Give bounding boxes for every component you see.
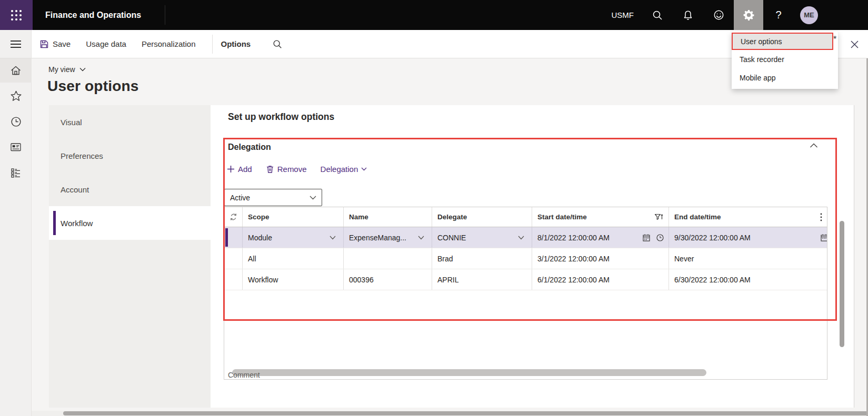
- cell-end-datetime[interactable]: Never: [669, 248, 827, 269]
- menu-item-mobile-app[interactable]: Mobile app: [732, 68, 838, 87]
- filter-sort-icon[interactable]: [654, 214, 663, 221]
- unsaved-indicator: *: [833, 35, 836, 44]
- app-title[interactable]: Finance and Operations: [45, 0, 141, 30]
- cell-name[interactable]: 000396: [344, 269, 432, 290]
- calendar-icon[interactable]: [820, 234, 827, 242]
- cell-end-datetime[interactable]: 9/30/2022 12:00:00 AM: [669, 227, 827, 248]
- column-header-delegate[interactable]: Delegate: [432, 207, 532, 227]
- cell-scope-value: Module: [248, 234, 272, 242]
- menu-item-task-recorder[interactable]: Task recorder: [732, 50, 838, 68]
- menu-item-user-options[interactable]: User options: [732, 33, 833, 50]
- personalization-button[interactable]: Personalization: [142, 39, 196, 48]
- tab-preferences[interactable]: Preferences: [49, 139, 211, 173]
- delegation-menu-button[interactable]: Delegation: [321, 165, 367, 174]
- help-button[interactable]: ?: [763, 0, 794, 30]
- topbar-divider: [165, 5, 165, 25]
- chevron-down-icon: [79, 67, 86, 72]
- tab-visual[interactable]: Visual: [49, 105, 211, 139]
- feedback-button[interactable]: [703, 0, 734, 30]
- cell-scope-combobox[interactable]: Module: [243, 227, 344, 248]
- home-icon: [9, 64, 22, 77]
- row-selector-cell[interactable]: [224, 269, 243, 290]
- cell-end-datetime[interactable]: 6/30/2022 12:00:00 AM: [669, 269, 827, 290]
- nav-workspaces[interactable]: [0, 135, 32, 159]
- section-heading: Set up workflow options: [228, 111, 334, 123]
- notifications-button[interactable]: [673, 0, 703, 30]
- nav-favorites[interactable]: [0, 84, 32, 108]
- cell-start-datetime[interactable]: 6/1/2022 12:00:00 AM: [532, 269, 669, 290]
- app-launcher-button[interactable]: [0, 0, 33, 30]
- calendar-icon[interactable]: [642, 234, 651, 242]
- usage-data-button[interactable]: Usage data: [86, 39, 126, 48]
- view-selector[interactable]: My view: [48, 65, 86, 74]
- comment-label: Comment: [228, 371, 260, 379]
- row-selector-cell[interactable]: [224, 248, 243, 269]
- grid-row[interactable]: Workflow 000396 APRIL 6/1/2022 12:00:00 …: [224, 269, 827, 290]
- search-icon: [652, 9, 663, 21]
- refresh-column-header[interactable]: [224, 207, 243, 227]
- delegation-menu-label: Delegation: [321, 165, 358, 174]
- add-button[interactable]: Add: [227, 165, 252, 174]
- cell-scope[interactable]: All: [243, 248, 344, 269]
- column-header-scope[interactable]: Scope: [243, 207, 344, 227]
- collapse-group-button[interactable]: [810, 143, 818, 148]
- search-button[interactable]: [642, 0, 673, 30]
- nav-toggle-button[interactable]: [10, 40, 22, 48]
- column-header-name[interactable]: Name: [344, 207, 432, 227]
- chevron-down-icon: [330, 236, 336, 240]
- plus-icon: [227, 165, 235, 173]
- options-tab[interactable]: Options: [221, 39, 251, 48]
- cell-name[interactable]: [344, 248, 432, 269]
- cell-delegate[interactable]: Brad: [432, 248, 532, 269]
- search-icon: [272, 39, 283, 49]
- grid-vertical-scrollbar[interactable]: [840, 221, 844, 347]
- chevron-down-icon: [361, 167, 367, 171]
- module-list-icon: [9, 167, 22, 179]
- more-options-icon[interactable]: [820, 213, 822, 221]
- grid-horizontal-scrollbar[interactable]: [232, 369, 706, 376]
- cell-start-datetime[interactable]: 3/1/2022 12:00:00 AM: [532, 248, 669, 269]
- remove-label: Remove: [277, 165, 307, 174]
- settings-button[interactable]: [734, 0, 763, 30]
- bell-icon: [682, 9, 694, 21]
- top-navigation-bar: Finance and Operations USMF: [0, 0, 868, 30]
- save-label: Save: [53, 39, 71, 48]
- save-button[interactable]: Save: [39, 39, 71, 49]
- column-header-end[interactable]: End date/time: [669, 207, 827, 227]
- action-pane-search-button[interactable]: [272, 39, 283, 49]
- cell-delegate-combobox[interactable]: CONNIE: [432, 227, 532, 248]
- nav-home[interactable]: [0, 58, 32, 83]
- action-pane-buttons: Save Usage data Personalization Options: [39, 30, 283, 58]
- tab-workflow[interactable]: Workflow: [49, 206, 211, 240]
- cell-name-value: ExpenseManag...: [349, 234, 406, 242]
- column-header-start[interactable]: Start date/time: [532, 207, 669, 227]
- grid-row[interactable]: Module ExpenseManag... CONNIE: [224, 227, 827, 248]
- refresh-icon: [229, 212, 238, 221]
- grid-row[interactable]: All Brad 3/1/2022 12:00:00 AM Never: [224, 248, 827, 269]
- chevron-up-icon: [810, 143, 818, 148]
- cell-name-combobox[interactable]: ExpenseManag...: [344, 227, 432, 248]
- status-filter-combobox[interactable]: Active: [224, 189, 322, 206]
- clock-icon[interactable]: [656, 234, 664, 242]
- cell-scope[interactable]: Workflow: [243, 269, 344, 290]
- chevron-down-icon: [518, 236, 524, 240]
- company-selector[interactable]: USMF: [603, 0, 643, 30]
- delegation-group-title: Delegation: [228, 143, 271, 152]
- user-avatar[interactable]: ME: [800, 6, 818, 24]
- nav-recent[interactable]: [0, 109, 32, 134]
- app-window: Finance and Operations USMF: [0, 0, 868, 416]
- action-pane-divider: [212, 35, 213, 54]
- remove-button[interactable]: Remove: [266, 165, 307, 174]
- column-header-end-label: End date/time: [674, 213, 721, 221]
- close-page-button[interactable]: [847, 37, 862, 52]
- cell-delegate[interactable]: APRIL: [432, 269, 532, 290]
- cell-start-datetime[interactable]: 8/1/2022 12:00:00 AM: [532, 227, 669, 248]
- tab-account[interactable]: Account: [49, 173, 211, 206]
- clock-icon: [10, 116, 22, 128]
- view-selector-label: My view: [48, 65, 75, 74]
- chevron-down-icon: [310, 196, 316, 200]
- waffle-icon: [10, 9, 23, 22]
- row-selector-cell[interactable]: [224, 227, 243, 248]
- nav-modules[interactable]: [0, 161, 32, 185]
- page-horizontal-scrollbar[interactable]: [63, 411, 868, 415]
